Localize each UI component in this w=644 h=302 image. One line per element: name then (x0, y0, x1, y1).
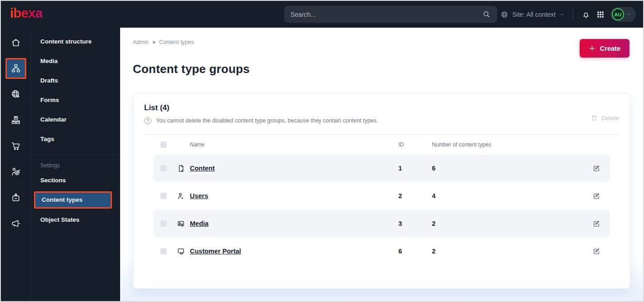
column-header-name: Name (190, 141, 398, 148)
content-tree-nav[interactable] (1, 55, 30, 81)
sidebar-settings-header: Settings (31, 161, 120, 170)
site-context-label: Site: All context (512, 11, 556, 18)
page-title: Content type groups (133, 62, 250, 76)
breadcrumb-admin[interactable]: Admin (133, 39, 149, 45)
list-panel: List (4) Delete ? You cannot delete the … (133, 93, 630, 289)
group-link[interactable]: Users (190, 192, 208, 200)
hint-row: ? You cannot delete the disabled content… (144, 117, 619, 124)
site-context-selector[interactable]: Site: All context (500, 10, 565, 19)
hint-text: You cannot delete the disabled content t… (156, 117, 378, 124)
breadcrumb: Admin > Content types (133, 39, 194, 45)
globe-pointer-icon[interactable] (1, 81, 30, 107)
plus-icon (589, 45, 596, 52)
sidebar-item-content-structure[interactable]: Content structure (31, 32, 120, 51)
sidebar-item-drafts[interactable]: Drafts (31, 71, 120, 90)
chevron-down-icon (559, 12, 565, 17)
sidebar-divider (31, 155, 120, 155)
home-icon[interactable] (1, 29, 30, 55)
sidebar-item-calendar[interactable]: Calendar (31, 110, 120, 129)
column-header-count: Number of content types (432, 141, 590, 148)
list-title: List (4) (144, 103, 619, 112)
breadcrumb-content-types: Content types (159, 39, 194, 45)
user-menu[interactable]: AU (610, 7, 636, 22)
personalization-target-icon[interactable] (1, 159, 30, 185)
group-id: 1 (398, 165, 432, 172)
row-checkbox[interactable] (160, 165, 167, 171)
sidebar-item-sections[interactable]: Sections (31, 170, 120, 190)
edit-icon[interactable] (590, 247, 603, 255)
sidebar-item-object-states[interactable]: Object States (31, 210, 120, 229)
group-id: 3 (398, 220, 432, 227)
badge-icon[interactable] (1, 185, 30, 210)
file-edit-icon (177, 164, 190, 173)
group-link[interactable]: Content (190, 165, 215, 172)
nav-rail (1, 28, 30, 301)
trash-icon (591, 114, 598, 122)
group-link[interactable]: Media (190, 220, 208, 227)
row-checkbox[interactable] (160, 220, 167, 227)
table-row[interactable]: Media 3 2 (153, 210, 610, 237)
search-input[interactable] (291, 11, 482, 18)
sidebar-item-forms[interactable]: Forms (31, 90, 120, 110)
select-all-checkbox[interactable] (160, 141, 167, 148)
row-checkbox[interactable] (160, 193, 167, 199)
sidebar-item-media[interactable]: Media (31, 51, 120, 71)
group-id: 6 (398, 248, 432, 255)
ibexa-logo[interactable]: ibexa (10, 5, 43, 21)
table-row[interactable]: Users 2 4 (153, 182, 610, 209)
edit-icon[interactable] (590, 164, 603, 172)
main-content: Admin > Content types Create Content typ… (120, 28, 643, 301)
edit-icon[interactable] (590, 192, 603, 200)
sidebar-item-content-types[interactable]: Content types (34, 191, 112, 209)
top-bar: ibexa Site: All context (1, 1, 643, 28)
group-count: 2 (432, 220, 590, 227)
globe-icon (500, 10, 508, 19)
group-id: 2 (398, 192, 432, 200)
create-button-label: Create (600, 45, 620, 52)
table-row[interactable]: Customer Portal 6 2 (153, 238, 610, 265)
app-window: ibexa Site: All context (0, 0, 644, 302)
table-header: Name ID Number of content types (153, 135, 610, 155)
topbar-right-cluster: Site: All context AU (500, 1, 636, 28)
search-icon[interactable] (482, 10, 491, 19)
breadcrumb-separator: > (152, 39, 155, 45)
megaphone-icon[interactable] (1, 210, 30, 236)
help-icon: ? (144, 117, 151, 124)
chevron-down-icon (626, 12, 631, 17)
app-grid-icon[interactable] (596, 10, 605, 19)
group-count: 2 (432, 248, 590, 255)
row-checkbox[interactable] (160, 248, 167, 254)
global-search[interactable] (284, 6, 497, 23)
sidebar-item-tags[interactable]: Tags (31, 129, 120, 149)
topbar-divider (573, 9, 573, 20)
cart-icon[interactable] (1, 133, 30, 159)
delete-button-label: Delete (601, 115, 619, 122)
table-row[interactable]: Content 1 6 (153, 155, 610, 182)
avatar: AU (612, 8, 624, 20)
sidebar-menu: Content structure Media Drafts Forms Cal… (30, 28, 120, 301)
group-count: 6 (432, 165, 590, 172)
create-button[interactable]: Create (580, 39, 629, 58)
delete-button[interactable]: Delete (591, 114, 619, 122)
packages-icon[interactable] (1, 107, 30, 133)
group-link[interactable]: Customer Portal (190, 248, 241, 255)
column-header-id: ID (398, 141, 432, 148)
screen-edit-icon (177, 247, 190, 256)
edit-icon[interactable] (590, 219, 603, 228)
content-tree-icon[interactable] (5, 58, 26, 79)
group-count: 4 (432, 192, 590, 200)
user-edit-icon (177, 192, 190, 200)
image-edit-icon (177, 219, 190, 228)
notifications-bell-icon[interactable] (581, 10, 591, 19)
